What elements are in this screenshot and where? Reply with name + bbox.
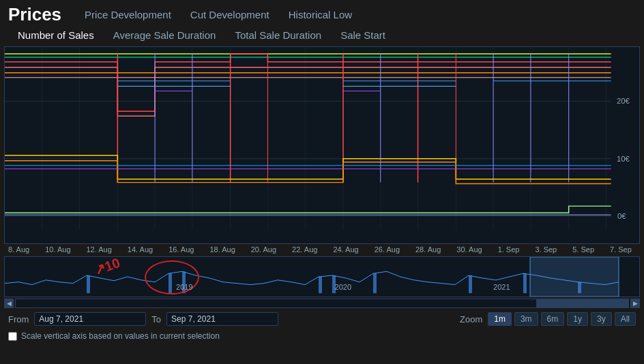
scroll-left-button[interactable]: ◀ [4,299,14,308]
zoom-3y-button[interactable]: 3y [591,312,612,326]
scale-axis-checkbox[interactable] [8,332,17,341]
x-label-8: 24. Aug [333,245,358,254]
x-label-13: 3. Sep [535,245,557,254]
nav-tabs-row1: Price Development Cut Development Histor… [75,6,362,23]
svg-text:20€: 20€ [617,97,630,106]
x-label-9: 26. Aug [375,245,400,254]
x-label-3: 14. Aug [128,245,153,254]
to-label: To [151,314,161,324]
x-label-15: 7. Sep [610,245,632,254]
tab-historical-low[interactable]: Historical Low [279,6,362,23]
zoom-6m-button[interactable]: 6m [541,312,565,326]
x-label-10: 28. Aug [415,245,441,254]
x-label-4: 16. Aug [169,245,194,254]
page-title: Prices [8,4,61,25]
date-control: From To [8,312,278,326]
tab-sale-start[interactable]: Sale Start [331,27,395,44]
tab-price-development[interactable]: Price Development [75,6,181,23]
from-date-input[interactable] [34,312,146,326]
checkbox-row: Scale vertical axis based on values in c… [0,329,644,344]
x-label-1: 10. Aug [45,245,70,254]
svg-text:0€: 0€ [617,212,626,220]
x-label-6: 20. Aug [251,245,276,254]
controls-row: From To Zoom 1m 3m 6m 1y 3y All [0,309,644,329]
mini-label-2021: 2021 [493,283,510,291]
svg-rect-34 [530,257,619,297]
x-label-14: 5. Sep [572,245,594,254]
to-date-input[interactable] [166,312,278,326]
x-label-7: 22. Aug [292,245,317,254]
scroll-track[interactable] [15,299,629,308]
mini-label-2019: 2019 [176,283,192,291]
tab-average-sale-duration[interactable]: Average Sale Duration [104,27,226,44]
x-label-5: 18. Aug [209,245,235,254]
scrollbar-area[interactable]: ◀ ▶ [4,299,640,308]
main-chart-area: 20€ 10€ 0€ [4,46,640,244]
nav-tabs-row2: Number of Sales Average Sale Duration To… [8,27,395,44]
x-label-11: 30. Aug [456,245,482,254]
scale-axis-label[interactable]: Scale vertical axis based on values in c… [21,331,220,341]
mini-label-2020: 2020 [335,283,351,291]
x-label-0: 8. Aug [8,245,29,254]
tab-number-of-sales[interactable]: Number of Sales [8,27,104,44]
svg-text:10€: 10€ [617,155,630,163]
zoom-controls: Zoom 1m 3m 6m 1y 3y All [460,312,636,326]
zoom-1m-button[interactable]: 1m [488,312,512,326]
mini-chart: ↗10 2019 2020 2021 [4,256,640,297]
scroll-thumb[interactable] [536,299,628,307]
zoom-label: Zoom [460,314,482,324]
tab-cut-development[interactable]: Cut Development [181,6,279,23]
scroll-right-button[interactable]: ▶ [630,299,640,308]
zoom-all-button[interactable]: All [615,312,636,326]
x-label-12: 1. Sep [498,245,520,254]
zoom-3m-button[interactable]: 3m [514,312,538,326]
zoom-1y-button[interactable]: 1y [567,312,588,326]
x-label-2: 12. Aug [87,245,112,254]
from-label: From [8,314,29,324]
x-axis: 8. Aug 10. Aug 12. Aug 14. Aug 16. Aug 1… [4,244,640,255]
tab-total-sale-duration[interactable]: Total Sale Duration [225,27,331,44]
